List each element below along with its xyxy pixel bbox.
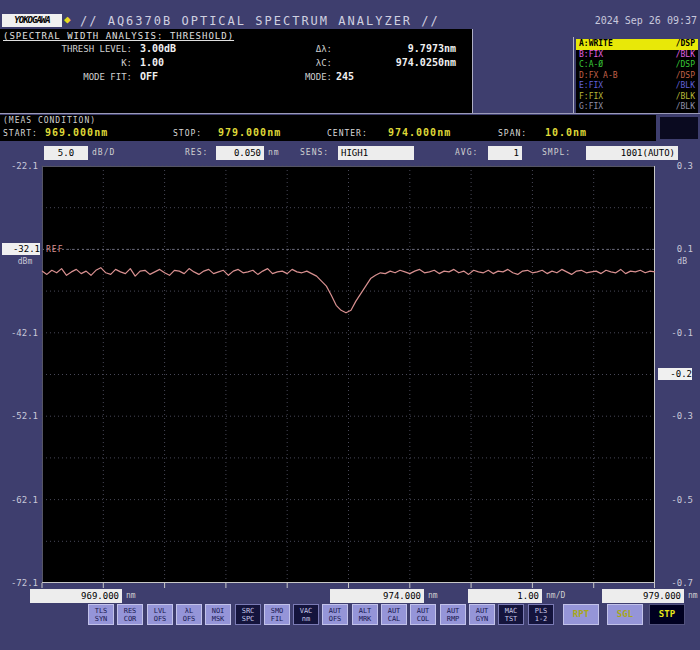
res-field[interactable]: 0.050 xyxy=(216,146,264,160)
level-scale-field[interactable]: 5.0 xyxy=(44,146,88,160)
status-button-line2: CAL xyxy=(382,615,406,623)
status-button-line2: OFS xyxy=(323,615,347,623)
right-axis-ref-value: -0.2 xyxy=(658,368,692,380)
left-axis-label-3: -52.1 xyxy=(0,410,38,422)
meas-condition-header: (MEAS CONDITION) xyxy=(3,116,96,125)
stop-wavelength-field[interactable]: 979.000 xyxy=(602,589,684,603)
sens-field[interactable]: HIGH1 xyxy=(338,146,414,160)
status-button-line1: SRC xyxy=(236,607,260,615)
status-button-9[interactable]: ALTMRK xyxy=(352,604,378,625)
status-button-10[interactable]: AUTCAL xyxy=(381,604,407,625)
yokogawa-logo: YOKOGAWA xyxy=(2,14,62,27)
trace-mode: /BLK xyxy=(676,81,695,92)
status-button-14[interactable]: MACTST xyxy=(498,604,524,625)
meas-field-label-0: START: xyxy=(3,129,38,138)
wavelength-per-div-unit: nm/D xyxy=(546,591,565,600)
analysis-header: (SPECTRAL WIDTH ANALYSIS: THRESHOLD) xyxy=(3,31,234,41)
trace-row-c[interactable]: C:A-Ø/DSP xyxy=(576,60,698,71)
res-unit: nm xyxy=(268,148,280,157)
right-axis-unit: dB xyxy=(657,257,687,266)
sgl-button[interactable]: SGL xyxy=(607,604,643,625)
delta-lambda-value: 9.7973nm xyxy=(336,43,456,54)
left-axis-label-5: -72.1 xyxy=(0,577,38,589)
datetime: 2024 Sep 26 09:37 xyxy=(595,15,697,26)
meas-side-box xyxy=(660,117,698,139)
status-button-0[interactable]: TLSSYN xyxy=(88,604,114,625)
meas-field-label-3: SPAN: xyxy=(498,129,527,138)
trace-name: B:FIX xyxy=(579,50,603,61)
trace-mode: /BLK xyxy=(676,50,695,61)
center-wavelength-unit: nm xyxy=(428,591,438,600)
mode-fit-value: OFF xyxy=(140,71,158,82)
status-button-1[interactable]: RESCOR xyxy=(117,604,143,625)
trace-row-d[interactable]: D:FX A-B/DSP xyxy=(576,71,698,82)
meas-field-value-2: 974.000nm xyxy=(388,127,451,138)
status-button-line2: MRK xyxy=(353,615,377,623)
trace-name: C:A-Ø xyxy=(579,60,603,71)
status-button-3[interactable]: λLOFS xyxy=(176,604,202,625)
meas-field-value-3: 10.0nm xyxy=(545,127,587,138)
status-button-5[interactable]: SRCSPC xyxy=(235,604,261,625)
status-button-4[interactable]: NOIMSK xyxy=(205,604,231,625)
left-axis-label-1: -32.1 xyxy=(2,243,40,255)
center-wavelength-field[interactable]: 974.000 xyxy=(330,589,424,603)
status-button-15[interactable]: PLS1-2 xyxy=(528,604,554,625)
status-button-6[interactable]: SMOFIL xyxy=(264,604,290,625)
status-button-line1: AUT xyxy=(323,607,347,615)
rpt-button[interactable]: RPT xyxy=(563,604,599,625)
osa-screen: YOKOGAWA ◆ // AQ6370B OPTICAL SPECTRUM A… xyxy=(0,0,700,650)
status-button-line2: 1-2 xyxy=(529,615,553,623)
start-wavelength-field[interactable]: 969.000 xyxy=(30,589,122,603)
meas-field-value-0: 969.000nm xyxy=(45,127,108,138)
trace-mode: /DSP xyxy=(676,60,695,71)
smpl-label: SMPL: xyxy=(542,148,571,157)
trace-row-a[interactable]: A:WRITE/DSP xyxy=(576,39,698,50)
status-button-line1: AUT xyxy=(411,607,435,615)
section-divider xyxy=(0,113,700,114)
left-axis-unit: dBm xyxy=(10,257,40,266)
wavelength-per-div-field[interactable]: 1.00 xyxy=(468,589,542,603)
logo-diamond-icon: ◆ xyxy=(64,13,71,26)
k-value: 1.00 xyxy=(140,57,164,68)
trace-mode: /DSP xyxy=(676,71,695,82)
trace-mode: /BLK xyxy=(676,102,695,113)
page-title: // AQ6370B OPTICAL SPECTRUM ANALYZER // xyxy=(80,14,440,28)
status-button-line1: MAC xyxy=(499,607,523,615)
smpl-field[interactable]: 1001(AUTO) xyxy=(586,146,678,160)
trace-row-e[interactable]: E:FIX/BLK xyxy=(576,81,698,92)
avg-field[interactable]: 1 xyxy=(488,146,522,160)
status-button-13[interactable]: AUTGYN xyxy=(469,604,495,625)
status-button-line2: SYN xyxy=(89,615,113,623)
thresh-level-value: 3.00dB xyxy=(140,43,176,54)
trace-legend: A:WRITE/DSPB:FIX/BLKC:A-Ø/DSPD:FX A-B/DS… xyxy=(576,39,698,113)
right-axis-label-2: -0.1 xyxy=(657,327,693,339)
status-button-7[interactable]: VACnm xyxy=(293,604,319,625)
meas-field-label-2: CENTER: xyxy=(327,129,368,138)
left-axis-label-4: -62.1 xyxy=(0,494,38,506)
status-button-line2: nm xyxy=(294,615,318,623)
status-button-line2: TST xyxy=(499,615,523,623)
status-button-line2: RMP xyxy=(441,615,465,623)
mode-fit-label: MODE FIT: xyxy=(0,72,132,82)
trace-row-b[interactable]: B:FIX/BLK xyxy=(576,50,698,61)
status-button-2[interactable]: LVLOFS xyxy=(147,604,173,625)
mode-count-label: MODE: xyxy=(240,72,332,82)
level-scale-unit: dB/D xyxy=(92,148,115,157)
status-button-11[interactable]: AUTCOL xyxy=(410,604,436,625)
status-button-line1: λL xyxy=(177,607,201,615)
trace-row-g[interactable]: G:FIX/BLK xyxy=(576,102,698,113)
avg-label: AVG: xyxy=(455,148,478,157)
status-button-line1: SMO xyxy=(265,607,289,615)
stp-button[interactable]: STP xyxy=(649,604,685,625)
ref-marker-label: REF xyxy=(46,245,63,254)
trace-row-f[interactable]: F:FIX/BLK xyxy=(576,92,698,103)
right-axis-label-1: 0.1 xyxy=(657,243,693,255)
left-axis-label-0: -22.1 xyxy=(0,160,38,172)
status-button-12[interactable]: AUTRMP xyxy=(440,604,466,625)
status-button-8[interactable]: AUTOFS xyxy=(322,604,348,625)
status-button-line1: ALT xyxy=(353,607,377,615)
trace-name: G:FIX xyxy=(579,102,603,113)
meas-field-value-1: 979.000nm xyxy=(218,127,281,138)
status-button-line1: NOI xyxy=(206,607,230,615)
spectrum-chart xyxy=(42,166,655,589)
